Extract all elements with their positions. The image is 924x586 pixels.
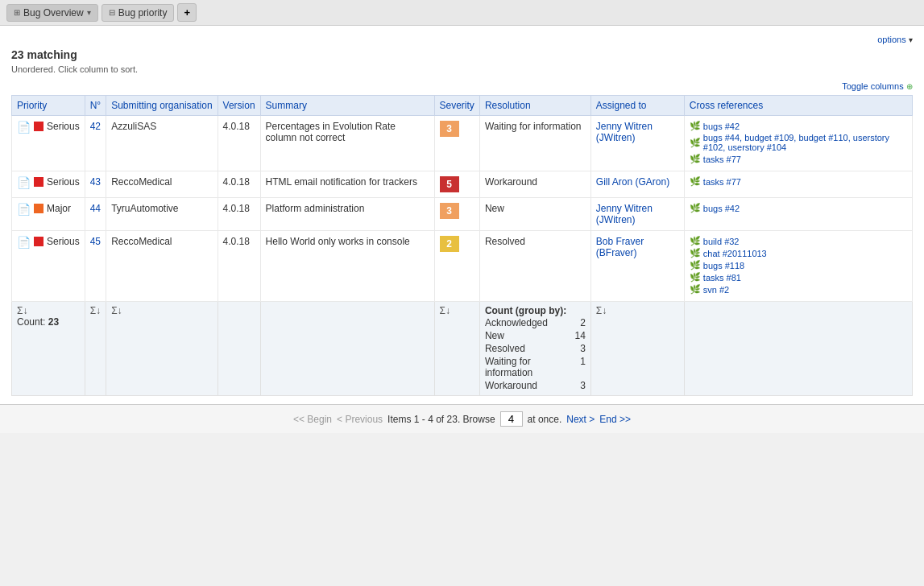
cross-ref-item: 🌿 chat #20111013 xyxy=(690,248,907,258)
previous-link[interactable]: < Previous xyxy=(337,414,383,425)
group-label: New xyxy=(485,330,504,341)
overview-tab-label: Bug Overview xyxy=(23,7,84,19)
col-cross-references[interactable]: Cross references xyxy=(684,96,912,116)
count-group-row: Acknowledged 2 xyxy=(485,316,586,329)
col-assigned-to[interactable]: Assigned to xyxy=(590,96,684,116)
cross-ref-link[interactable]: bugs #118 xyxy=(703,261,744,270)
ref-icon: 🌿 xyxy=(690,248,701,258)
org-cell: TyruAutomotive xyxy=(106,198,218,231)
table-row: 📄 Serious 42AzzuliSAS4.0.18Percentages i… xyxy=(12,116,913,171)
priority-tab[interactable]: ⊟ Bug priority xyxy=(102,4,175,22)
assigned-link[interactable]: Gill Aron (GAron) xyxy=(596,176,669,188)
col-submitting-org[interactable]: Submitting organisation xyxy=(106,96,218,116)
bug-number-link[interactable]: 44 xyxy=(90,203,101,214)
ref-icon: 🌿 xyxy=(690,121,701,131)
overview-dropdown-icon: ▾ xyxy=(87,8,91,17)
severity-box: 3 xyxy=(440,121,459,137)
bug-number-link[interactable]: 42 xyxy=(90,121,101,132)
cross-ref-link[interactable]: build #32 xyxy=(703,237,740,246)
begin-link[interactable]: << Begin xyxy=(293,414,332,425)
cross-ref-link[interactable]: chat #20111013 xyxy=(703,249,767,258)
at-once-label: at once. xyxy=(528,414,562,425)
sigma-severity: Σ↓ xyxy=(440,305,450,316)
cross-ref-item: 🌿 build #32 xyxy=(690,236,907,246)
summary-cell: Platform administration xyxy=(260,198,434,231)
match-hint: Unordered. Click column to sort. xyxy=(11,64,913,74)
ref-icon: 🌿 xyxy=(690,260,701,270)
version-cell: 4.0.18 xyxy=(218,198,260,231)
summary-text: Hello World only works in console xyxy=(266,236,410,247)
assigned-link[interactable]: Jenny Witren (JWitren) xyxy=(596,121,653,143)
col-number[interactable]: N° xyxy=(85,96,106,116)
version-cell: 4.0.18 xyxy=(218,231,260,302)
col-resolution[interactable]: Resolution xyxy=(479,96,590,116)
cross-ref-link[interactable]: bugs #42 xyxy=(703,122,740,131)
resolution-cell: Waiting for information xyxy=(479,116,590,171)
severity-cell: 2 xyxy=(434,231,479,302)
number-cell: 42 xyxy=(85,116,106,171)
assigned-link[interactable]: Jenny Witren (JWitren) xyxy=(596,203,653,225)
toggle-columns-icon: ⊕ xyxy=(906,82,913,91)
cross-ref-item: 🌿 tasks #77 xyxy=(690,154,907,164)
cross-ref-link[interactable]: tasks #77 xyxy=(703,177,741,187)
summary-text: Platform administration xyxy=(266,203,365,214)
count-group-row: Waiting for information 1 xyxy=(485,355,586,379)
group-value: 1 xyxy=(570,356,586,378)
priority-cell: 📄 Serious xyxy=(12,116,85,171)
options-link[interactable]: options xyxy=(877,35,905,44)
cross-ref-link[interactable]: bugs #44, budget #109, budget #110, user… xyxy=(703,133,907,152)
number-cell: 45 xyxy=(85,231,106,302)
cross-refs-cell: 🌿 bugs #42 xyxy=(684,198,912,231)
cross-ref-link[interactable]: bugs #42 xyxy=(703,204,740,213)
bug-icon: 📄 xyxy=(17,203,31,216)
toggle-columns-link[interactable]: Toggle columns xyxy=(842,81,903,91)
table-row: 📄 Serious 43ReccoMedical4.0.18HTML email… xyxy=(12,171,913,198)
severity-box: 3 xyxy=(440,203,459,219)
priority-label: Serious xyxy=(47,176,80,188)
priority-label: Serious xyxy=(47,236,80,247)
assigned-cell: Jenny Witren (JWitren) xyxy=(590,116,684,171)
col-severity[interactable]: Severity xyxy=(434,96,479,116)
count-group-title: Count (group by): xyxy=(485,305,586,316)
number-cell: 43 xyxy=(85,171,106,198)
bug-icon: 📄 xyxy=(17,236,31,249)
cross-ref-item: 🌿 tasks #81 xyxy=(690,272,907,283)
ref-icon: 🌿 xyxy=(690,203,701,213)
bug-icon: 📄 xyxy=(17,121,31,134)
cross-ref-link[interactable]: svn #2 xyxy=(703,285,729,295)
resolution-text: Waiting for information xyxy=(485,121,582,132)
ref-icon: 🌿 xyxy=(690,284,701,295)
add-tab-button[interactable]: + xyxy=(177,3,197,22)
assigned-link[interactable]: Bob Fraver (BFraver) xyxy=(596,236,644,258)
group-label: Workaround xyxy=(485,380,537,391)
cross-ref-link[interactable]: tasks #77 xyxy=(703,155,741,164)
summary-text: Percentages in Evolution Rate column not… xyxy=(266,121,396,143)
col-priority[interactable]: Priority xyxy=(12,96,85,116)
summary-cell: HTML email notification for trackers xyxy=(260,171,434,198)
cross-ref-item: 🌿 bugs #42 xyxy=(690,121,907,131)
options-chevron-icon: ▾ xyxy=(909,35,913,44)
assigned-cell: Jenny Witren (JWitren) xyxy=(590,198,684,231)
toolbar: ⊞ Bug Overview ▾ ⊟ Bug priority + xyxy=(0,0,924,26)
cross-ref-link[interactable]: tasks #81 xyxy=(703,273,741,283)
table-row: 📄 Serious 45ReccoMedical4.0.18Hello Worl… xyxy=(12,231,913,302)
bug-number-link[interactable]: 43 xyxy=(90,176,101,188)
resolution-cell: Workaround xyxy=(479,171,590,198)
summary-cell: Percentages in Evolution Rate column not… xyxy=(260,116,434,171)
next-link[interactable]: Next > xyxy=(566,414,595,425)
browse-input[interactable] xyxy=(500,411,523,427)
col-summary[interactable]: Summary xyxy=(260,96,434,116)
priority-square xyxy=(34,237,44,246)
priority-icon: ⊟ xyxy=(109,8,115,17)
sigma-assigned: Σ↓ xyxy=(596,305,607,316)
overview-icon: ⊞ xyxy=(14,8,20,17)
priority-cell: 📄 Serious xyxy=(12,231,85,302)
overview-tab[interactable]: ⊞ Bug Overview ▾ xyxy=(6,4,98,22)
resolution-cell: Resolved xyxy=(479,231,590,302)
cross-ref-item: 🌿 svn #2 xyxy=(690,284,907,295)
col-version[interactable]: Version xyxy=(218,96,260,116)
count-label: Count: xyxy=(17,316,45,328)
bug-number-link[interactable]: 45 xyxy=(90,236,101,247)
cross-ref-item: 🌿 bugs #42 xyxy=(690,203,907,213)
end-link[interactable]: End >> xyxy=(599,414,631,425)
